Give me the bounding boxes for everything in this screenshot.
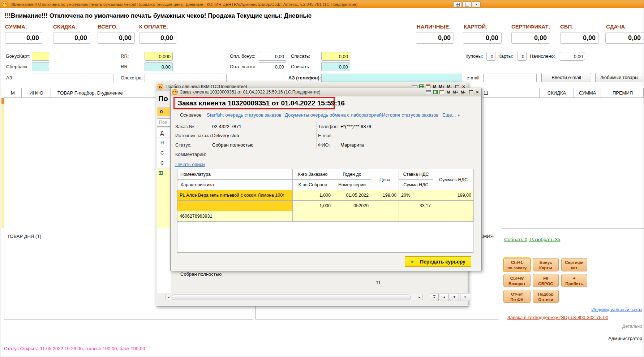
tab-starfish-queue[interactable]: Starfish: очередь статусов заказов <box>207 112 282 118</box>
item-row[interactable]: 4606276963931 <box>177 211 474 222</box>
change-label: СДАЧА: <box>606 23 627 30</box>
bonus-cards-line1: Бонус <box>533 260 558 265</box>
by-order-button[interactable]: Ctrl+1 по заказу <box>503 258 531 271</box>
change-value: 0,00 <box>605 32 644 44</box>
table-icon[interactable] <box>433 90 438 94</box>
item-series-no: 052020 <box>333 201 371 211</box>
picker-row-fragment[interactable]: С <box>157 158 171 168</box>
send-courier-button[interactable]: ► Передать курьеру <box>405 256 471 267</box>
individual-order-link[interactable]: Индивидуальный заказ <box>591 307 642 312</box>
scrollbar-thumb[interactable] <box>172 295 411 300</box>
enter-email-button[interactable]: Ввести e-mail <box>541 73 591 82</box>
email-label: e-mail: <box>467 75 481 80</box>
col-vat-rate: Ставка НДС <box>399 169 433 180</box>
scroll-up-button[interactable]: ▲ <box>440 293 449 301</box>
rr1-input[interactable]: 0,000 <box>145 52 173 61</box>
picker-row-fragment[interactable]: Д <box>157 128 171 138</box>
favorites-button[interactable]: Любимые товары <box>595 73 643 82</box>
comment-label: Комментарий: <box>175 152 206 157</box>
memory-button[interactable]: М <box>447 90 450 94</box>
discount-value: 0,00 <box>53 32 90 44</box>
az-input[interactable] <box>32 74 113 82</box>
bonus-card-input[interactable] <box>32 52 49 61</box>
report-fa-line2: По ФА <box>504 297 530 302</box>
report-fa-button[interactable]: Отчет По ФА <box>503 290 531 303</box>
return-line1: Ctrl+W <box>504 276 530 281</box>
fio-label: ФИО: <box>318 142 330 148</box>
restore-button[interactable] <box>463 1 471 8</box>
topay-label: К ОПЛАТЕ: <box>139 23 168 30</box>
column-m: М <box>4 88 21 97</box>
olekstra-label: Олекстра: <box>121 75 143 80</box>
optics-button[interactable]: Подбор Оптики <box>533 290 559 303</box>
picker-hscrollbar[interactable]: ◄ ► <box>165 294 423 300</box>
email-input[interactable] <box>483 74 537 82</box>
calendar-icon[interactable] <box>439 90 444 94</box>
column-premium: ПРЕМИЯ <box>601 88 644 97</box>
certificate-button[interactable]: Сертифи кат <box>561 258 587 271</box>
nachisleno-input[interactable]: 0,00 <box>559 52 585 61</box>
collect-link[interactable]: Собрать:0, Разобрать:35 <box>504 237 561 242</box>
return-button[interactable]: Ctrl+W Возврат <box>503 274 531 287</box>
maximize-button[interactable] <box>469 90 473 94</box>
menu-chevron-button[interactable]: ▾ <box>472 1 481 8</box>
az-phone-input[interactable] <box>321 74 462 82</box>
rr2-input[interactable]: 0,00 <box>145 62 173 71</box>
item-valid-until: 01.05.2022 <box>333 190 371 201</box>
tab-main[interactable]: Основное <box>180 112 202 118</box>
memory-plus-button[interactable]: М+ <box>452 90 458 94</box>
kupony-input[interactable]: 0 <box>486 52 495 61</box>
more-rows-button[interactable]: ▾ <box>460 293 470 301</box>
close-button[interactable]: × <box>476 90 479 95</box>
items-header-row1: Номенклатура К-во Заказано Годен до Цена… <box>177 169 474 180</box>
picker-search-fragment[interactable]: Пои <box>157 118 171 127</box>
window-controls: ▾ <box>452 1 481 8</box>
panel-grid-button[interactable] <box>453 1 462 8</box>
total-value: 0,00 <box>98 32 135 44</box>
sum-value: 0,00 <box>5 32 42 44</box>
reset-button[interactable]: F6 СБРОС <box>533 274 559 287</box>
rr2-label: RR: <box>121 64 129 69</box>
column-partial: 11 <box>484 90 489 96</box>
item-name: PL Алоэ Вера гель питьевой с соком Лимон… <box>177 190 293 201</box>
spisat2-input[interactable]: 0,00 <box>321 62 350 71</box>
spisat1-input[interactable]: 0,00 <box>321 52 350 61</box>
sber-input[interactable] <box>32 62 49 71</box>
order-dialog-titlebar[interactable]: 1С Заказ клиента 10320009351 от 01.04.20… <box>171 88 481 96</box>
tab-lab-exchange-docs[interactable]: Документы очередь обмена с лабораторией <box>285 112 382 118</box>
picker-selected-rows-fragment[interactable] <box>157 169 171 228</box>
detail-label: Детально <box>622 324 642 329</box>
chevron-down-icon: ▾ <box>476 3 477 6</box>
picker-button-fragment[interactable]: 0 <box>158 108 171 116</box>
item-row[interactable]: PL Алоэ Вера гель питьевой с соком Лимон… <box>177 190 474 201</box>
source-label: Источник заказа: <box>175 133 212 138</box>
scroll-left-icon[interactable]: ◄ <box>166 295 171 300</box>
olekstra-input[interactable] <box>145 74 227 82</box>
col-sum-with-vat: Сумма с НДС <box>433 169 474 190</box>
opl-bonus-input[interactable]: 0,00 <box>259 52 286 61</box>
karty-input[interactable]: 0 <box>518 52 527 61</box>
send-courier-label: Передать курьеру <box>420 259 465 265</box>
picker-row-fragment[interactable]: Н <box>157 138 171 148</box>
tab-status-history[interactable]: История статусов заказов <box>382 112 438 118</box>
tab-more[interactable]: Еще... ▼ <box>442 112 460 118</box>
scroll-right-icon[interactable]: ► <box>417 295 422 300</box>
print-icon[interactable] <box>426 90 431 94</box>
opl-lgota-input[interactable]: 0,00 <box>259 62 286 71</box>
column-sum: СУММА <box>574 88 601 97</box>
scroll-down-button[interactable]: ▼ <box>450 293 459 301</box>
item-row[interactable]: 1,000 052020 33,17 <box>177 201 474 211</box>
reset-line2: СБРОС <box>533 281 558 287</box>
punch-button[interactable]: + Пробить <box>561 274 587 287</box>
karty-label: Карты: <box>498 53 513 59</box>
onec-icon: 1С <box>172 89 178 95</box>
restore-icon <box>465 3 469 6</box>
picker-row-fragment[interactable]: С <box>157 148 171 158</box>
print-list-link[interactable]: Печать описи <box>175 162 205 167</box>
scroll-top-button[interactable]: ▲ <box>430 293 439 301</box>
user-label: Администратор <box>608 336 642 341</box>
support-link[interactable]: Заявка в техподдержку (SD) т.8-800-302-7… <box>507 315 608 320</box>
memory-minus-button[interactable]: М- <box>461 90 465 94</box>
window-titlebar[interactable]: 1С !!!Внимание!!! Отключена по умолчанию… <box>0 0 644 8</box>
bonus-cards-button[interactable]: Бонус Карты <box>533 258 559 271</box>
